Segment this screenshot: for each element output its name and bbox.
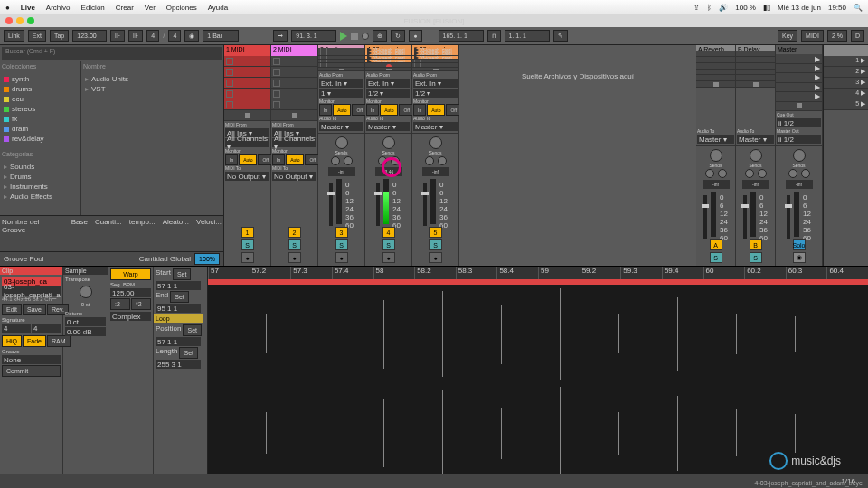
battery-icon[interactable]: ▮▯ bbox=[763, 4, 770, 12]
scene-slot[interactable]: ▶ bbox=[776, 73, 822, 82]
scene-launch[interactable]: 1 ▶ bbox=[824, 56, 868, 67]
collection-item[interactable]: dram bbox=[2, 124, 79, 134]
overload-d[interactable]: D bbox=[851, 30, 864, 42]
send-b-knob[interactable] bbox=[344, 156, 353, 165]
arm-button[interactable]: ● bbox=[335, 252, 348, 263]
collection-item[interactable]: fx bbox=[2, 114, 79, 124]
groove-select[interactable]: None bbox=[2, 355, 61, 364]
volume-icon[interactable]: 🔊 bbox=[719, 4, 728, 12]
scene-launch[interactable]: 3 ▶ bbox=[824, 78, 868, 89]
clip-slot[interactable] bbox=[271, 56, 317, 67]
solo-button[interactable]: S bbox=[750, 252, 762, 263]
clip-slot[interactable] bbox=[271, 78, 317, 89]
play-button[interactable] bbox=[340, 32, 347, 41]
overdub-button[interactable]: ⊕ bbox=[373, 30, 387, 42]
sig-num[interactable]: 4 bbox=[146, 30, 159, 42]
arm-button[interactable]: ● bbox=[382, 252, 395, 263]
menubar-time[interactable]: 19:50 bbox=[828, 4, 846, 12]
pencil-button[interactable]: ✎ bbox=[553, 30, 568, 42]
track-activator[interactable]: B bbox=[750, 239, 762, 250]
start-set[interactable]: Set bbox=[173, 268, 192, 280]
scene-slot[interactable]: ▶ bbox=[776, 92, 822, 101]
session-rec[interactable]: ● bbox=[409, 30, 421, 42]
drop-area[interactable]: Suelte Archivos y Dispositivos aquí bbox=[459, 45, 696, 266]
scene-slot[interactable]: ▶ bbox=[776, 54, 822, 63]
warp-mode[interactable]: Complex bbox=[110, 312, 151, 321]
pan-knob[interactable] bbox=[382, 136, 395, 149]
fade-button[interactable]: Fade bbox=[23, 335, 46, 347]
send-b-knob[interactable] bbox=[801, 169, 810, 178]
track-header[interactable]: Master bbox=[776, 45, 822, 54]
clip-slot[interactable] bbox=[224, 67, 270, 78]
solo-button[interactable]: S bbox=[241, 239, 254, 250]
scene-slot[interactable] bbox=[736, 51, 775, 57]
arm-button[interactable]: ● bbox=[288, 252, 301, 263]
stop-button[interactable] bbox=[351, 33, 358, 40]
send-b-knob[interactable] bbox=[438, 156, 447, 165]
end-field[interactable]: 95 1 1 bbox=[156, 304, 201, 313]
track-activator[interactable]: 4 bbox=[382, 227, 395, 238]
clip-slot[interactable] bbox=[224, 78, 270, 89]
collection-item[interactable]: rev&delay bbox=[2, 134, 79, 144]
menu-ayuda[interactable]: Ayuda bbox=[208, 4, 229, 12]
scene-slot[interactable] bbox=[736, 63, 775, 70]
key-map-button[interactable]: Key bbox=[778, 30, 797, 42]
send-a-knob[interactable] bbox=[745, 169, 754, 178]
wifi-icon[interactable]: ⇪ bbox=[693, 4, 700, 12]
send-a-knob[interactable] bbox=[425, 156, 434, 165]
collection-item[interactable]: drums bbox=[2, 84, 79, 94]
solo-button[interactable]: S bbox=[382, 239, 395, 250]
pos-field[interactable]: 57 1 1 bbox=[156, 337, 201, 346]
spotlight-icon[interactable]: 🔍 bbox=[854, 4, 863, 12]
loop-length[interactable]: 1. 1. 1 bbox=[505, 30, 550, 42]
solo-button[interactable]: Solo bbox=[793, 239, 806, 250]
send-a-knob[interactable] bbox=[705, 169, 714, 178]
follow-button[interactable]: ↦ bbox=[273, 30, 288, 42]
send-a-knob[interactable] bbox=[788, 169, 797, 178]
save-button[interactable]: Save bbox=[23, 304, 46, 315]
pan-knob[interactable] bbox=[710, 149, 722, 162]
detune-field[interactable]: 0 ct bbox=[65, 317, 106, 326]
minimize-window-button[interactable] bbox=[16, 17, 24, 24]
clip-slot[interactable] bbox=[271, 89, 317, 99]
stop-clip-button[interactable] bbox=[696, 81, 735, 88]
scene-slot[interactable] bbox=[736, 57, 775, 63]
pos-set[interactable]: Set bbox=[183, 324, 202, 336]
nudge-up[interactable]: ⊪ bbox=[128, 30, 143, 42]
scene-slot[interactable] bbox=[696, 63, 735, 70]
metronome-button[interactable]: ◉ bbox=[184, 30, 199, 42]
stop-clip-button[interactable] bbox=[224, 110, 270, 121]
bluetooth-icon[interactable]: ᛒ bbox=[707, 4, 712, 12]
start-field[interactable]: 57 1 1 bbox=[156, 281, 201, 290]
stop-clip-button[interactable] bbox=[736, 81, 775, 88]
category-item[interactable]: ▸Audio Effects bbox=[2, 192, 79, 202]
arm-button[interactable]: ● bbox=[429, 252, 442, 263]
record-button[interactable] bbox=[362, 33, 369, 40]
send-a-knob[interactable] bbox=[331, 156, 340, 165]
category-item[interactable]: ▸Sounds bbox=[2, 162, 79, 172]
menubar-date[interactable]: Mié 13 de jun bbox=[778, 4, 821, 12]
pan-knob[interactable] bbox=[335, 136, 348, 149]
automation-arm[interactable]: ↻ bbox=[391, 30, 405, 42]
scene-slot[interactable]: ▶ bbox=[776, 64, 822, 73]
len-set[interactable]: Set bbox=[179, 347, 198, 359]
search-input[interactable]: Buscar (Cmd + F) bbox=[2, 47, 222, 60]
menu-archivo[interactable]: Archivo bbox=[46, 4, 71, 12]
menu-crear[interactable]: Crear bbox=[116, 4, 134, 12]
track-activator[interactable]: 2 bbox=[288, 227, 301, 238]
stop-clip-button[interactable] bbox=[776, 102, 822, 111]
scene-slot[interactable] bbox=[696, 75, 735, 81]
length-field[interactable]: 255 3 1 bbox=[156, 360, 201, 369]
apple-icon[interactable]: ● bbox=[5, 4, 10, 12]
sig-num-field[interactable]: 4 bbox=[2, 324, 31, 333]
scene-slot[interactable]: ▶ bbox=[776, 83, 822, 92]
quantize-menu[interactable]: 1 Bar bbox=[203, 30, 239, 42]
volume-fader[interactable] bbox=[423, 183, 427, 226]
menu-opciones[interactable]: Opciones bbox=[166, 4, 197, 12]
scene-launch[interactable]: 4 ▶ bbox=[824, 89, 868, 99]
end-set[interactable]: Set bbox=[170, 291, 189, 303]
tap-button[interactable]: Tap bbox=[50, 30, 69, 42]
track-header[interactable]: 2 MIDI bbox=[271, 45, 317, 56]
scene-launch[interactable]: 5 ▶ bbox=[824, 99, 868, 110]
stop-clip-button[interactable] bbox=[271, 110, 317, 121]
